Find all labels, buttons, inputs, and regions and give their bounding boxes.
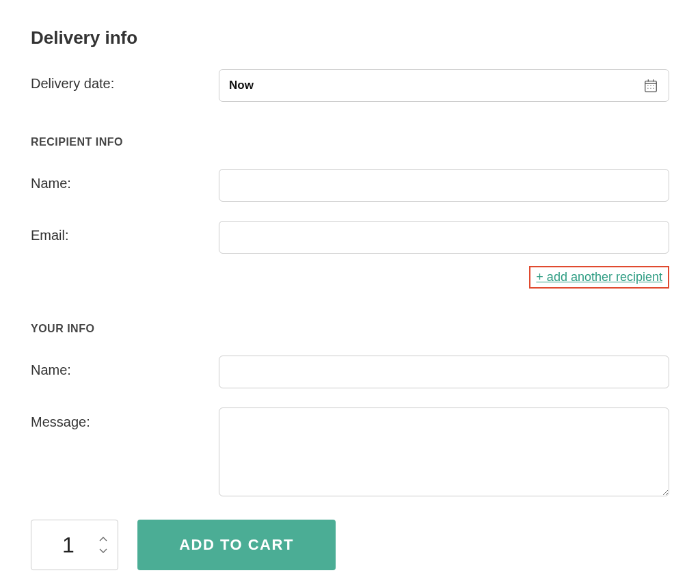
quantity-stepper-controls — [98, 536, 108, 554]
calendar-icon[interactable] — [643, 78, 658, 93]
delivery-date-row: Delivery date: — [31, 69, 669, 102]
add-to-cart-button[interactable]: ADD TO CART — [137, 520, 336, 570]
recipient-info-heading: RECIPIENT INFO — [31, 136, 669, 148]
svg-rect-0 — [645, 81, 657, 92]
recipient-name-row: Name: — [31, 169, 669, 202]
add-recipient-wrap: + add another recipient — [31, 266, 669, 289]
svg-point-9 — [653, 88, 654, 88]
quantity-down-button[interactable] — [98, 547, 108, 554]
quantity-up-button[interactable] — [98, 536, 108, 543]
recipient-email-input[interactable] — [219, 221, 669, 254]
your-message-input[interactable] — [219, 407, 669, 496]
recipient-email-label: Email: — [31, 221, 219, 243]
your-info-heading: YOUR INFO — [31, 323, 669, 335]
cart-row: 1 ADD TO CART — [31, 520, 669, 570]
svg-point-4 — [647, 85, 648, 86]
your-message-label: Message: — [31, 407, 219, 430]
recipient-name-label: Name: — [31, 169, 219, 191]
recipient-name-input[interactable] — [219, 169, 669, 202]
svg-point-5 — [650, 85, 651, 86]
quantity-value: 1 — [62, 533, 87, 558]
your-name-label: Name: — [31, 356, 219, 378]
delivery-date-input[interactable] — [219, 69, 669, 102]
quantity-stepper[interactable]: 1 — [31, 520, 118, 570]
svg-point-8 — [650, 88, 651, 88]
svg-point-6 — [653, 85, 654, 86]
delivery-date-label: Delivery date: — [31, 69, 219, 92]
your-name-input[interactable] — [219, 356, 669, 388]
delivery-date-field-wrap — [219, 69, 669, 102]
svg-point-7 — [647, 88, 648, 88]
your-message-row: Message: — [31, 407, 669, 499]
add-recipient-highlight: + add another recipient — [529, 266, 669, 289]
recipient-email-row: Email: — [31, 221, 669, 254]
section-title: Delivery info — [31, 27, 669, 49]
add-another-recipient-link[interactable]: + add another recipient — [536, 270, 662, 284]
your-name-row: Name: — [31, 356, 669, 388]
